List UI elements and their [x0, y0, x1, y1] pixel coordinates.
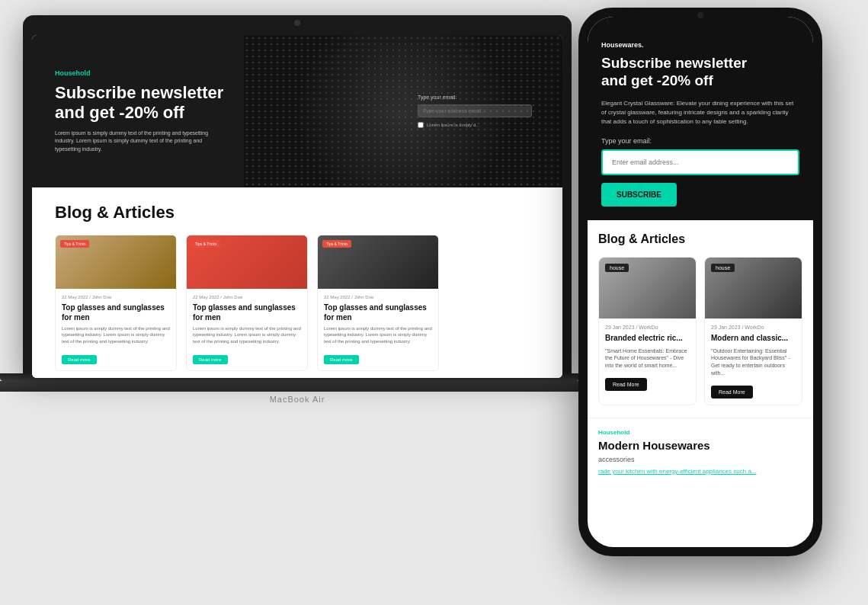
laptop-card-3-meta: 22 May 2022 / John Doe	[324, 295, 432, 299]
laptop-blog-cards: Tips & Tricks 22 May 2022 / John Doe Top…	[55, 235, 540, 371]
laptop-card-2-btn[interactable]: Read more	[193, 355, 228, 364]
phone-card-1-meta: 29 Jan 2023 / WorkDo	[605, 325, 690, 330]
phone-blog-card-1: house 29 Jan 2023 / WorkDo Branded elect…	[598, 257, 697, 405]
laptop-hero-content: Household Subscribe newsletterand get -2…	[55, 69, 418, 153]
phone-body: Housewares. Subscribe newsletterand get …	[578, 8, 822, 556]
laptop-card-2-tag: Tips & Tricks	[191, 240, 220, 248]
phone-card-2-body: 29 Jan 2023 / WorkDo Modern and classic.…	[705, 319, 802, 405]
phone-content: Housewares. Subscribe newsletterand get …	[588, 17, 813, 547]
phone-blog-title: Blog & Articles	[598, 232, 802, 246]
phone-card-2-btn[interactable]: Read More	[711, 386, 753, 399]
phone-card-2-meta: 29 Jan 2023 / WorkDo	[711, 325, 796, 330]
phone-footer-section: Household Modern Housewares accessories …	[588, 418, 813, 481]
phone-card-2-img: house	[705, 258, 802, 319]
laptop-hero-tag: Household	[55, 69, 418, 77]
laptop-card-3-body: 22 May 2022 / John Doe Top glasses and s…	[318, 289, 438, 370]
laptop-card-3-btn[interactable]: Read more	[324, 355, 359, 364]
phone-footer-subtitle: accessories	[598, 456, 802, 463]
phone-card-2-desc: "Outdoor Entertaining: Essential Housewa…	[711, 347, 796, 377]
laptop-checkbox[interactable]	[418, 122, 424, 128]
laptop-card-1-img: Tips & Tricks	[56, 235, 176, 289]
laptop-card-2-title: Top glasses and sunglasses for men	[193, 302, 301, 322]
laptop-brand-label: MacBook Air	[270, 395, 325, 404]
laptop-card-3-title: Top glasses and sunglasses for men	[324, 302, 432, 322]
phone-card-1-btn[interactable]: Read More	[605, 378, 647, 391]
laptop-card-2-meta: 22 May 2022 / John Doe	[193, 295, 301, 299]
phone-hero-title: Subscribe newsletterand get -20% off	[601, 55, 799, 90]
phone-notch	[670, 8, 731, 24]
laptop-foot	[0, 381, 591, 392]
phone-blog-cards: house 29 Jan 2023 / WorkDo Branded elect…	[598, 257, 802, 405]
phone-card-1-title: Branded electric ric...	[605, 333, 690, 343]
laptop-card-2-img: Tips & Tricks	[187, 235, 307, 289]
phone-camera	[697, 12, 703, 18]
laptop-card-1-meta: 22 May 2022 / John Doe	[62, 295, 170, 299]
phone-blog-card-2: house 29 Jan 2023 / WorkDo Modern and cl…	[704, 257, 802, 405]
laptop-card-2-text: Lorem ipsum is simply dummy text of the …	[193, 325, 301, 344]
laptop-hero-title: Subscribe newsletterand get -20% off	[55, 83, 418, 123]
laptop-card-1-btn[interactable]: Read more	[62, 355, 97, 364]
laptop-stand: MacBook Air	[23, 373, 572, 404]
laptop-hero-section: Household Subscribe newsletterand get -2…	[32, 35, 562, 187]
laptop-card-3-text: Lorem ipsum is simply dummy text of the …	[324, 325, 432, 344]
laptop-body: Household Subscribe newsletterand get -2…	[23, 15, 572, 373]
laptop-hero-form: Type your email: Lorem ipsum is simply d…	[418, 94, 540, 128]
laptop-device: Household Subscribe newsletterand get -2…	[23, 15, 572, 587]
laptop-blog-section: Blog & Articles Tips & Tricks 22 May 202…	[32, 187, 562, 378]
phone-blog-section: Blog & Articles house 29 Jan 2023 / Work…	[588, 220, 813, 418]
laptop-card-1-body: 22 May 2022 / John Doe Top glasses and s…	[56, 289, 176, 370]
laptop-blog-card-1: Tips & Tricks 22 May 2022 / John Doe Top…	[55, 235, 177, 371]
laptop-checkbox-row: Lorem ipsum is simply d...	[418, 122, 540, 128]
phone-card-2-tag: house	[711, 264, 735, 272]
phone-card-1-body: 29 Jan 2023 / WorkDo Branded electric ri…	[599, 319, 696, 397]
laptop-camera	[294, 20, 300, 26]
laptop-card-1-text: Lorem ipsum is simply dummy text of the …	[62, 325, 170, 344]
laptop-card-2-body: 22 May 2022 / John Doe Top glasses and s…	[187, 289, 307, 370]
laptop-blog-card-2: Tips & Tricks 22 May 2022 / John Doe Top…	[186, 235, 308, 371]
phone-card-1-img: house	[599, 258, 696, 319]
laptop-form-label: Type your email:	[418, 94, 540, 100]
laptop-screen: Household Subscribe newsletterand get -2…	[32, 35, 562, 378]
laptop-hero-desc: Lorem ipsum is simply dummy text of the …	[55, 130, 223, 154]
phone-footer-desc: rade your kitchen with energy-efficient …	[598, 468, 802, 475]
phone-screen: Housewares. Subscribe newsletterand get …	[588, 17, 813, 547]
laptop-blog-title: Blog & Articles	[55, 203, 540, 222]
laptop-blog-card-3: Tips & Tricks 22 May 2022 / John Doe Top…	[317, 235, 439, 371]
phone-footer-tag: Household	[598, 429, 802, 436]
phone-footer-title: Modern Housewares	[598, 439, 802, 453]
phone-device: Housewares. Subscribe newsletterand get …	[578, 8, 838, 571]
phone-card-2-title: Modern and classic...	[711, 333, 796, 343]
laptop-checkbox-label: Lorem ipsum is simply d...	[427, 123, 479, 127]
laptop-card-1-tag: Tips & Tricks	[60, 240, 89, 248]
phone-hero-section: Housewares. Subscribe newsletterand get …	[588, 17, 813, 220]
laptop-card-1-title: Top glasses and sunglasses for men	[62, 302, 170, 322]
phone-email-input[interactable]	[601, 149, 799, 175]
phone-card-1-tag: house	[605, 264, 629, 272]
phone-hero-desc: Elegant Crystal Glassware: Elevate your …	[601, 99, 799, 126]
phone-card-1-desc: "Smart Home Essentials: Embrace the Futu…	[605, 347, 690, 370]
laptop-email-input[interactable]	[418, 104, 532, 117]
phone-email-label: Type your email:	[601, 137, 799, 145]
laptop-card-3-img: Tips & Tricks	[318, 235, 438, 289]
phone-subscribe-button[interactable]: SUBSCRIBE	[601, 183, 677, 206]
phone-brand: Housewares.	[601, 41, 799, 49]
laptop-card-3-tag: Tips & Tricks	[322, 240, 351, 248]
